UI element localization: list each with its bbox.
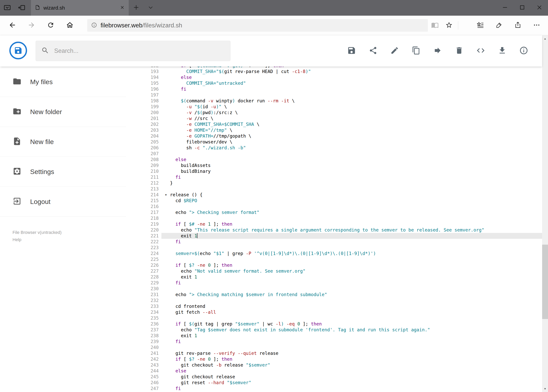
rename-button[interactable] [390,46,399,56]
code-line[interactable]: 221 exit 1 [141,233,542,239]
code-line[interactable]: 220 echo "This release script requires a… [141,227,542,233]
code-line[interactable]: 215 cd $REPO [141,198,542,203]
favorite-star-button[interactable] [442,16,456,35]
code-line[interactable]: 214▾release () { [141,192,542,198]
move-button[interactable] [433,46,442,56]
address-bar[interactable]: filebrowser.web/files/wizard.sh [87,19,428,32]
code-line[interactable]: 223 [141,245,542,251]
code-line[interactable]: 242 if [ $? -ne 0 ]; then [141,356,542,362]
vertical-scrollbar[interactable]: ▲ ▼ [542,35,548,392]
fold-arrow-icon[interactable]: ▾ [165,192,167,198]
scroll-down-icon[interactable]: ▼ [542,385,548,392]
set-tabs-aside-button[interactable] [14,0,29,16]
code-line[interactable]: 232 [141,297,542,303]
code-line[interactable]: 201 -w //src \ [141,115,542,121]
code-line[interactable]: 236 if [ $(git tag | grep "$semver" | wc… [141,321,542,327]
minimize-button[interactable] [496,0,513,16]
code-line[interactable]: 212} [141,180,542,186]
code-line[interactable]: 203 -e HOME="//tmp" \ [141,127,542,133]
code-line[interactable]: 202 -e COMMIT_SHA=$COMMIT_SHA \ [141,121,542,127]
back-button[interactable] [3,16,22,35]
code-line[interactable]: 234 git fetch --all [141,309,542,315]
code-line[interactable]: 205 filebrowser/dev \ [141,139,542,145]
sidebar-item-new-folder[interactable]: New folder [0,97,126,127]
code-line[interactable]: 229 fi [141,280,542,286]
help-link[interactable]: Help [13,236,141,243]
download-button[interactable] [498,46,507,56]
code-line[interactable]: 237 echo "Tag $semver does not exist in … [141,327,542,333]
scroll-up-icon[interactable]: ▲ [542,35,548,42]
browser-tab-active[interactable]: wizard.sh [31,0,129,16]
code-line[interactable]: 209 buildAssets [141,162,542,168]
code-line[interactable]: 239 fi [141,339,542,344]
info-button[interactable] [519,46,528,56]
code-line[interactable]: 224 semver=$(echo "$1" | grep -P '^v(0|[… [141,251,542,256]
delete-button[interactable] [454,46,464,56]
code-line[interactable]: 192 if [ "$(command -v git)" != "" ]; th… [141,67,542,69]
forward-button[interactable] [22,16,41,35]
code-line[interactable]: 230 [141,286,542,292]
code-line[interactable]: 195 COMMIT_SHA="untracked" [141,80,542,86]
code-line[interactable]: 241 git rev-parse --verify --quiet relea… [141,350,542,356]
code-line[interactable]: 225 [141,256,542,262]
code-line[interactable]: 210 buildBinary [141,168,542,174]
code-line[interactable]: 222 fi [141,239,542,245]
code-line[interactable]: 231 echo "> Checking matching $semver in… [141,292,542,297]
refresh-button[interactable] [41,16,60,35]
code-line[interactable]: 226 if [ $? -ne 0 ]; then [141,262,542,268]
tabs-preview-button[interactable] [0,0,14,16]
sidebar-item-settings[interactable]: Settings [0,157,126,187]
code-line[interactable]: 213 [141,186,542,192]
sidebar-item-logout[interactable]: Logout [0,187,126,217]
code-line[interactable]: 246 git reset --hard "$semver" [141,380,542,385]
maximize-button[interactable] [513,0,531,16]
tab-list-dropdown-button[interactable] [144,0,158,16]
more-button[interactable] [527,21,546,29]
code-line[interactable]: 218 [141,215,542,221]
code-line[interactable]: 243 git checkout -b release "$semver" [141,362,542,368]
code-line[interactable]: 206 sh -c "./wizard.sh -b" [141,145,542,151]
code-view-button[interactable] [476,46,486,56]
code-line[interactable]: 211 fi [141,174,542,180]
close-button[interactable] [531,0,548,16]
code-line[interactable]: 245 git checkout release [141,374,542,380]
code-line[interactable]: 200 -v /$(pwd):/src:z \ [141,110,542,115]
code-line[interactable]: 204 -e GOPATH=//tmp/gopath \ [141,133,542,139]
code-line[interactable]: 193 COMMIT_SHA="$(git rev-parse HEAD | c… [141,69,542,74]
search-input[interactable] [54,47,225,54]
save-button[interactable] [347,46,356,56]
copy-button[interactable] [411,46,421,56]
code-line[interactable]: 197 [141,92,542,98]
code-editor[interactable]: 192 if [ "$(command -v git)" != "" ]; th… [141,67,542,392]
code-line[interactable]: 207 [141,151,542,157]
code-line[interactable]: 219 if [ $# -ne 1 ]; then [141,221,542,227]
code-line[interactable]: 198 $(command -v winpty) docker run --rm… [141,98,542,104]
share-button[interactable] [368,46,378,56]
code-line[interactable]: 240 [141,344,542,350]
code-line[interactable]: 233 cd frontend [141,303,542,309]
home-button[interactable] [60,16,79,35]
search-box[interactable] [36,41,230,61]
code-line[interactable]: 217 echo "> Checking semver format" [141,210,542,215]
code-line[interactable]: 244 else [141,368,542,374]
hub-button[interactable] [471,21,490,29]
code-line[interactable]: 194 else [141,74,542,80]
new-tab-button[interactable] [129,0,144,16]
code-line[interactable]: 216 [141,203,542,210]
code-line[interactable]: 228 exit 1 [141,274,542,280]
reading-view-button[interactable] [428,16,442,35]
tab-close-icon[interactable] [120,5,125,11]
scrollbar-thumb[interactable] [542,245,548,319]
sidebar-item-new-file[interactable]: New file [0,127,126,157]
code-line[interactable]: 199 -u "$(id -u)" \ [141,104,542,110]
ink-annotate-button[interactable] [490,21,508,29]
code-line[interactable]: 247 fi [141,385,542,392]
site-info-icon[interactable] [91,22,97,29]
code-line[interactable]: 196 fi [141,86,542,92]
sidebar-item-my-files[interactable]: My files [0,67,126,97]
code-line[interactable]: 235 [141,315,542,321]
code-line[interactable]: 227 echo "Not valid semver format. See s… [141,268,542,274]
share-button-browser[interactable] [508,21,527,29]
code-line[interactable]: 208 else [141,157,542,162]
code-line[interactable]: 238 exit 1 [141,333,542,339]
